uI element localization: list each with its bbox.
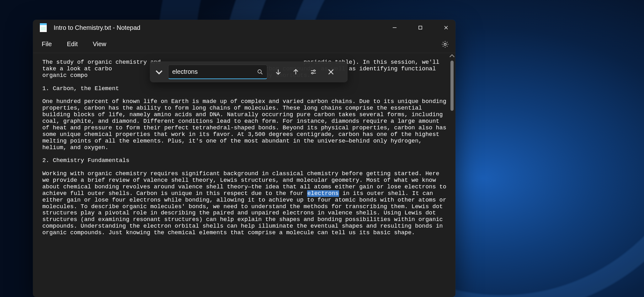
maximize-button[interactable] bbox=[411, 20, 430, 35]
body-text: The study of organic chemistry and bbox=[42, 59, 164, 66]
titlebar: Intro to Chemistry.txt - Notepad bbox=[33, 20, 455, 35]
search-icon bbox=[257, 69, 263, 75]
gear-icon bbox=[441, 40, 449, 48]
settings-button[interactable] bbox=[437, 36, 453, 52]
find-close-button[interactable] bbox=[324, 65, 338, 78]
svg-point-12 bbox=[312, 73, 313, 74]
text-editor[interactable]: The study of organic chemistry and its r… bbox=[33, 59, 448, 297]
find-previous-button[interactable] bbox=[289, 65, 302, 78]
find-next-button[interactable] bbox=[272, 65, 285, 78]
chevron-down-icon bbox=[154, 67, 164, 77]
body-text: One hundred percent of known life on Ear… bbox=[42, 98, 448, 151]
find-input-container bbox=[168, 65, 267, 79]
menu-view[interactable]: View bbox=[93, 40, 106, 48]
minimize-icon bbox=[392, 25, 397, 30]
menu-file[interactable]: File bbox=[42, 40, 52, 48]
find-options-button[interactable] bbox=[307, 65, 320, 78]
close-icon bbox=[327, 68, 334, 75]
sliders-icon bbox=[310, 68, 317, 75]
arrow-down-icon bbox=[275, 68, 282, 75]
section-heading: 2. Chemistry Fundamentals bbox=[42, 157, 130, 164]
close-button[interactable] bbox=[437, 20, 455, 35]
chevron-up-icon bbox=[449, 53, 455, 59]
body-text: in its outer shell. It can either gain o… bbox=[42, 190, 448, 236]
search-highlight: electrons bbox=[307, 190, 339, 197]
scrollbar-up-button[interactable] bbox=[449, 53, 455, 59]
menubar: File Edit View bbox=[33, 35, 455, 53]
find-bar bbox=[150, 62, 348, 82]
svg-line-6 bbox=[261, 73, 263, 74]
svg-point-5 bbox=[258, 70, 261, 73]
svg-point-10 bbox=[314, 70, 315, 72]
window-title: Intro to Chemistry.txt - Notepad bbox=[54, 24, 140, 31]
svg-rect-1 bbox=[419, 26, 422, 29]
find-input[interactable] bbox=[172, 68, 254, 75]
maximize-icon bbox=[418, 25, 423, 30]
section-heading: 1. Carbon, the Element bbox=[42, 85, 119, 92]
svg-point-4 bbox=[444, 43, 446, 45]
arrow-up-icon bbox=[292, 68, 299, 75]
find-expand-toggle[interactable] bbox=[154, 67, 164, 77]
editor-area: The study of organic chemistry and its r… bbox=[33, 53, 455, 297]
menu-edit[interactable]: Edit bbox=[67, 40, 77, 48]
scrollbar-thumb[interactable] bbox=[450, 61, 454, 111]
close-icon bbox=[444, 25, 449, 30]
notepad-app-icon bbox=[40, 23, 47, 32]
vertical-scrollbar[interactable] bbox=[449, 53, 455, 297]
minimize-button[interactable] bbox=[385, 20, 404, 35]
